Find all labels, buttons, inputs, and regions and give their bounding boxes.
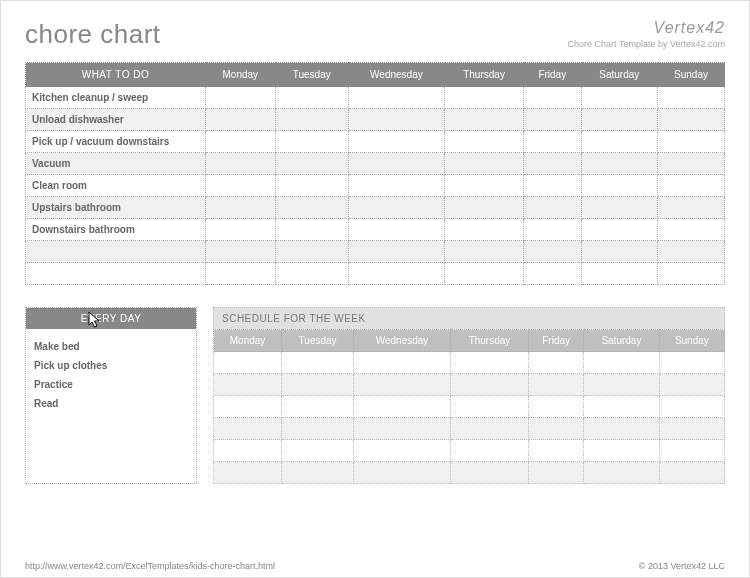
- everyday-header: EVERY DAY: [26, 308, 196, 329]
- chore-cell: [275, 87, 348, 109]
- chore-task: [26, 263, 206, 285]
- schedule-header: SCHEDULE FOR THE WEEK: [213, 307, 725, 329]
- sched-day: Tuesday: [282, 330, 354, 352]
- chore-cell: [445, 109, 524, 131]
- table-row: [26, 263, 725, 285]
- chore-cell: [445, 87, 524, 109]
- schedule-cell: [584, 440, 660, 462]
- chore-cell: [275, 241, 348, 263]
- table-row: Unload dishwasher: [26, 109, 725, 131]
- chore-cell: [658, 109, 725, 131]
- schedule-cell: [659, 462, 724, 484]
- schedule-cell: [659, 418, 724, 440]
- sched-day: Sunday: [659, 330, 724, 352]
- page-title: chore chart: [25, 19, 161, 50]
- sched-day: Monday: [214, 330, 282, 352]
- schedule-cell: [450, 374, 528, 396]
- chore-cell: [581, 219, 658, 241]
- chore-cell: [348, 153, 444, 175]
- schedule-cell: [214, 462, 282, 484]
- chore-cell: [275, 219, 348, 241]
- chore-cell: [206, 219, 276, 241]
- chore-task: [26, 241, 206, 263]
- chore-cell: [581, 197, 658, 219]
- everyday-panel: EVERY DAY Make bedPick up clothesPractic…: [25, 307, 197, 484]
- schedule-cell: [214, 374, 282, 396]
- chore-cell: [206, 197, 276, 219]
- chore-cell: [348, 109, 444, 131]
- chore-cell: [206, 241, 276, 263]
- chore-cell: [206, 109, 276, 131]
- sched-day: Friday: [529, 330, 584, 352]
- chore-cell: [206, 263, 276, 285]
- col-day: Wednesday: [348, 63, 444, 87]
- schedule-cell: [354, 418, 451, 440]
- sched-day: Thursday: [450, 330, 528, 352]
- schedule-cell: [354, 352, 451, 374]
- chore-cell: [581, 109, 658, 131]
- table-row: [214, 462, 725, 484]
- chore-cell: [206, 131, 276, 153]
- chore-cell: [524, 109, 581, 131]
- chore-cell: [581, 87, 658, 109]
- schedule-cell: [354, 462, 451, 484]
- schedule-cell: [214, 396, 282, 418]
- chore-cell: [445, 263, 524, 285]
- table-row: Clean room: [26, 175, 725, 197]
- chore-cell: [658, 263, 725, 285]
- chore-cell: [581, 263, 658, 285]
- schedule-cell: [450, 418, 528, 440]
- schedule-cell: [529, 462, 584, 484]
- chore-table: WHAT TO DO Monday Tuesday Wednesday Thur…: [25, 62, 725, 285]
- schedule-cell: [584, 462, 660, 484]
- chore-cell: [581, 175, 658, 197]
- col-day: Monday: [206, 63, 276, 87]
- table-row: [26, 241, 725, 263]
- schedule-cell: [282, 440, 354, 462]
- schedule-cell: [584, 418, 660, 440]
- chore-cell: [348, 131, 444, 153]
- chore-task: Downstairs bathroom: [26, 219, 206, 241]
- schedule-cell: [214, 418, 282, 440]
- chore-cell: [275, 197, 348, 219]
- sched-day: Wednesday: [354, 330, 451, 352]
- table-row: Kitchen cleanup / sweep: [26, 87, 725, 109]
- col-day: Thursday: [445, 63, 524, 87]
- schedule-cell: [450, 440, 528, 462]
- chore-task: Kitchen cleanup / sweep: [26, 87, 206, 109]
- everyday-item: Practice: [34, 375, 188, 394]
- chore-cell: [445, 219, 524, 241]
- chore-task: Pick up / vacuum downstairs: [26, 131, 206, 153]
- schedule-cell: [354, 396, 451, 418]
- schedule-cell: [282, 396, 354, 418]
- chore-cell: [445, 197, 524, 219]
- chore-cell: [445, 153, 524, 175]
- schedule-cell: [659, 374, 724, 396]
- schedule-cell: [584, 352, 660, 374]
- chore-cell: [275, 263, 348, 285]
- chore-cell: [275, 109, 348, 131]
- chore-cell: [658, 241, 725, 263]
- schedule-cell: [584, 374, 660, 396]
- chore-cell: [658, 197, 725, 219]
- chore-task: Vacuum: [26, 153, 206, 175]
- col-day: Saturday: [581, 63, 658, 87]
- brand-subtitle: Chore Chart Template by Vertex42.com: [568, 39, 725, 49]
- schedule-cell: [354, 440, 451, 462]
- chore-task: Unload dishwasher: [26, 109, 206, 131]
- chore-cell: [275, 131, 348, 153]
- schedule-cell: [450, 462, 528, 484]
- schedule-cell: [529, 352, 584, 374]
- brand-block: Vertex42 Chore Chart Template by Vertex4…: [568, 19, 725, 49]
- chore-cell: [524, 219, 581, 241]
- schedule-cell: [659, 440, 724, 462]
- everyday-item: Make bed: [34, 337, 188, 356]
- schedule-cell: [282, 462, 354, 484]
- chore-cell: [445, 131, 524, 153]
- table-row: [214, 440, 725, 462]
- schedule-cell: [584, 396, 660, 418]
- chore-cell: [206, 87, 276, 109]
- chore-cell: [348, 197, 444, 219]
- schedule-cell: [450, 396, 528, 418]
- table-row: Upstairs bathroom: [26, 197, 725, 219]
